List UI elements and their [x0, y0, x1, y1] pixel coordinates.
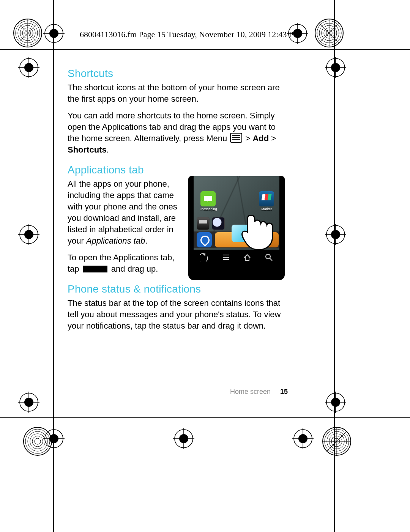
svg-point-0 — [14, 19, 42, 47]
registration-cross-icon — [18, 224, 39, 245]
heading-shortcuts: Shortcuts — [68, 68, 289, 80]
text-bold: Add — [252, 134, 269, 143]
svg-point-10 — [315, 19, 343, 47]
registration-spiral-icon — [322, 427, 352, 456]
svg-point-12 — [319, 23, 339, 43]
svg-line-18 — [319, 23, 339, 43]
registration-cross-icon — [18, 392, 39, 413]
svg-point-5 — [25, 30, 31, 36]
clock-widget-icon — [197, 217, 210, 230]
text-bold: Shortcuts — [68, 145, 107, 154]
paragraph: To open the Applications tab, tap and dr… — [68, 252, 185, 275]
registration-cross-icon — [325, 224, 346, 245]
svg-point-2 — [18, 23, 38, 43]
svg-point-20 — [24, 427, 52, 455]
back-icon — [200, 253, 208, 261]
frame-header: 68004113016.fm Page 15 Tuesday, November… — [80, 30, 301, 39]
svg-point-40 — [266, 254, 270, 259]
svg-point-1 — [16, 21, 40, 45]
svg-point-15 — [326, 30, 332, 36]
svg-point-23 — [30, 434, 45, 449]
paragraph: You can add more shortcuts to the home s… — [68, 110, 289, 156]
app-label: Market — [259, 207, 274, 211]
home-icon — [243, 253, 251, 261]
paragraph: The shortcut icons at the bottom of your… — [68, 82, 289, 105]
text: All the apps on your phone, including th… — [68, 179, 177, 246]
svg-line-8 — [17, 23, 38, 43]
page-footer: Home screen 15 — [68, 388, 288, 396]
app-label: Messaging — [200, 207, 216, 211]
registration-cross-icon — [43, 428, 65, 449]
paragraph: The status bar at the top of the screen … — [68, 297, 289, 332]
svg-point-25 — [35, 438, 41, 444]
svg-point-26 — [323, 427, 351, 455]
text: and drag up. — [109, 264, 158, 274]
registration-spiral-icon — [23, 427, 52, 456]
messaging-icon — [200, 191, 216, 206]
phone-screen: Messaging Market — [194, 176, 279, 265]
app-market: Market — [259, 191, 274, 211]
svg-point-24 — [32, 436, 43, 447]
text: > — [271, 134, 276, 143]
app-messaging: Messaging — [200, 191, 216, 211]
text: . — [107, 145, 109, 154]
hand-pointer-icon — [238, 212, 276, 253]
dialer-icon — [197, 232, 212, 247]
heading-applications-tab: Applications tab — [68, 164, 289, 176]
svg-point-29 — [329, 434, 344, 449]
svg-point-14 — [324, 28, 334, 38]
svg-point-28 — [327, 431, 347, 451]
phone-navbar — [194, 250, 279, 265]
registration-cross-icon — [173, 428, 194, 449]
svg-point-21 — [25, 429, 50, 453]
registration-cross-icon — [325, 57, 346, 78]
svg-point-4 — [22, 28, 33, 38]
footer-section: Home screen — [230, 388, 271, 395]
svg-line-9 — [17, 23, 38, 43]
heading-phone-status: Phone status & notifications — [68, 283, 289, 295]
footer-page-number: 15 — [280, 388, 288, 395]
svg-point-27 — [325, 429, 349, 453]
search-icon — [265, 253, 273, 261]
svg-point-11 — [317, 21, 341, 45]
registration-spiral-icon — [13, 18, 43, 48]
registration-cross-icon — [325, 392, 346, 413]
market-icon — [259, 191, 274, 206]
svg-line-19 — [319, 23, 339, 43]
svg-point-22 — [28, 431, 47, 451]
registration-cross-icon — [18, 57, 39, 78]
trim-line — [53, 0, 54, 532]
apps-tab-bar-icon — [83, 266, 107, 272]
registration-spiral-icon — [314, 18, 344, 48]
registration-cross-icon — [43, 23, 65, 44]
phone-illustration: Messaging Market — [188, 176, 285, 280]
trim-line — [334, 0, 335, 532]
menu-icon — [230, 133, 242, 143]
weather-widget-icon — [212, 217, 225, 230]
svg-line-34 — [326, 431, 347, 452]
svg-line-35 — [326, 431, 347, 452]
trim-line — [0, 49, 410, 50]
registration-cross-icon — [292, 428, 314, 449]
svg-point-30 — [331, 436, 342, 447]
text: You can add more shortcuts to the home s… — [68, 111, 276, 143]
menu-icon — [222, 253, 230, 261]
svg-point-3 — [20, 25, 35, 41]
text-italic: Applications tab — [86, 236, 145, 246]
svg-line-41 — [270, 258, 272, 261]
text: > — [245, 134, 252, 143]
trim-line — [0, 417, 410, 418]
text: . — [145, 236, 147, 246]
paragraph: All the apps on your phone, including th… — [68, 178, 185, 247]
